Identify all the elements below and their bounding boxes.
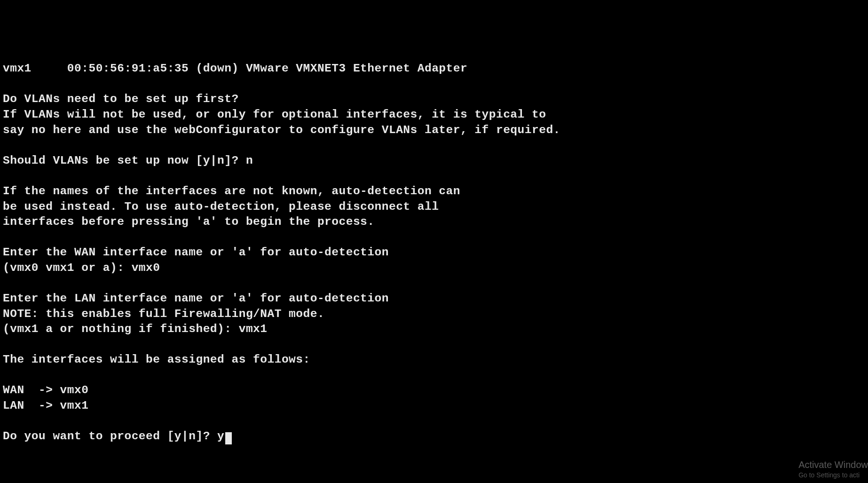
autodetect-line2: be used instead. To use auto-detection, … <box>3 200 439 213</box>
proceed-prompt: Do you want to proceed [y|n]? y <box>3 430 224 443</box>
watermark-sub: Go to Settings to acti <box>798 471 868 479</box>
vlan-question-line3: say no here and use the webConfigurator … <box>3 124 560 136</box>
watermark-title: Activate Window <box>798 459 868 470</box>
lan-prompt-line3: (vmx1 a or nothing if finished): vmx1 <box>3 323 268 335</box>
assign-header: The interfaces will be assigned as follo… <box>3 353 310 366</box>
terminal-output[interactable]: vmx1 00:50:56:91:a5:35 (down) VMware VMX… <box>3 61 868 444</box>
autodetect-line3: interfaces before pressing 'a' to begin … <box>3 215 375 228</box>
activate-windows-watermark: Activate Window Go to Settings to acti <box>798 459 868 479</box>
iface-line: vmx1 00:50:56:91:a5:35 (down) VMware VMX… <box>3 62 467 75</box>
autodetect-line1: If the names of the interfaces are not k… <box>3 185 460 198</box>
cursor-icon <box>225 432 232 444</box>
vlan-question-line2: If VLANs will not be used, or only for o… <box>3 108 546 121</box>
vlan-question-line1: Do VLANs need to be set up first? <box>3 93 239 105</box>
wan-prompt-line2: (vmx0 vmx1 or a): vmx0 <box>3 261 160 274</box>
assign-wan: WAN -> vmx0 <box>3 384 88 396</box>
wan-prompt-line1: Enter the WAN interface name or 'a' for … <box>3 246 389 259</box>
assign-lan: LAN -> vmx1 <box>3 399 88 412</box>
vlan-prompt: Should VLANs be set up now [y|n]? n <box>3 154 253 167</box>
lan-prompt-line1: Enter the LAN interface name or 'a' for … <box>3 292 389 305</box>
lan-prompt-line2: NOTE: this enables full Firewalling/NAT … <box>3 308 324 320</box>
